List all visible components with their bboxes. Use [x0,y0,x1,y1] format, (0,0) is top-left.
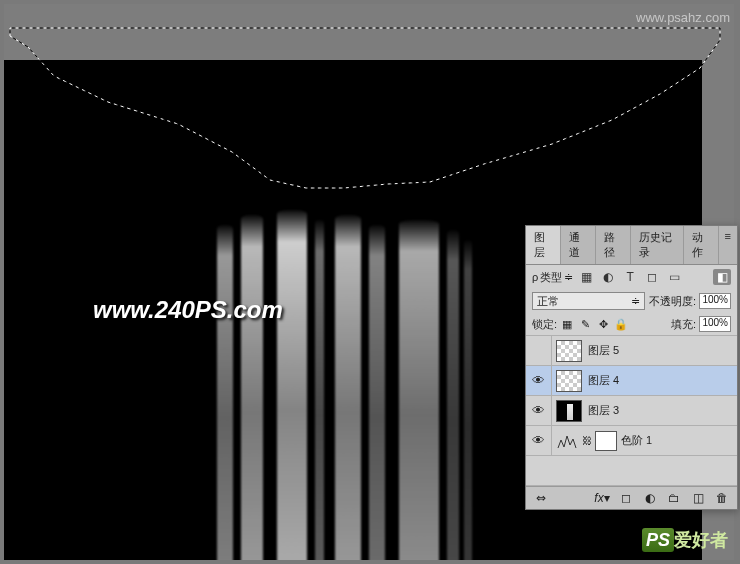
visibility-toggle[interactable]: 👁 [526,396,552,425]
panel-menu-icon[interactable]: ≡ [719,226,737,264]
layer-thumb[interactable] [556,400,582,422]
layer-mask-thumb[interactable] [595,431,617,451]
lock-label: 锁定: [532,317,557,332]
layer-row[interactable]: 👁 图层 3 [526,396,737,426]
layer-name-label[interactable]: 色阶 1 [621,433,737,448]
filter-image-icon[interactable]: ▦ [577,269,595,285]
tab-history[interactable]: 历史记录 [631,226,684,264]
layer-thumb[interactable] [556,370,582,392]
fill-input[interactable]: 100% [699,316,731,332]
layer-row[interactable]: 👁 ⛓ 色阶 1 [526,426,737,456]
delete-layer-button[interactable]: 🗑 [713,490,731,506]
tab-paths[interactable]: 路径 [596,226,631,264]
layer-name-label[interactable]: 图层 4 [588,373,737,388]
filter-smart-icon[interactable]: ▭ [665,269,683,285]
waterfall-image [199,210,499,560]
filter-toggle[interactable]: ◧ [713,269,731,285]
lock-pixels-icon[interactable]: ✎ [577,316,593,332]
fill-label: 填充: [671,317,696,332]
opacity-input[interactable]: 100% [699,293,731,309]
filter-type-icon[interactable]: T [621,269,639,285]
adjustment-layer-button[interactable]: ◐ [641,490,659,506]
group-button[interactable]: 🗀 [665,490,683,506]
link-layers-button[interactable]: ⇔ [532,490,550,506]
blend-mode-select[interactable]: 正常≑ [532,292,645,310]
watermark-topright: www.psahz.com [636,10,730,25]
link-icon: ⛓ [582,435,592,446]
kind-select[interactable]: ρ类型≑ [532,270,573,285]
watermark-main: www.240PS.com [93,296,283,324]
mask-button[interactable]: ◻ [617,490,635,506]
watermark-bottomright: PS爱好者 [642,528,728,552]
visibility-toggle[interactable] [526,336,552,365]
tab-actions[interactable]: 动作 [684,226,719,264]
new-layer-button[interactable]: ◫ [689,490,707,506]
lock-position-icon[interactable]: ✥ [595,316,611,332]
filter-adjust-icon[interactable]: ◐ [599,269,617,285]
visibility-toggle[interactable]: 👁 [526,366,552,395]
opacity-label: 不透明度: [649,294,696,309]
panel-tabs: 图层 通道 路径 历史记录 动作 ≡ [526,226,737,265]
layers-empty [526,456,737,486]
layer-row[interactable]: 👁 图层 4 [526,366,737,396]
filter-shape-icon[interactable]: ◻ [643,269,661,285]
filter-row: ρ类型≑ ▦ ◐ T ◻ ▭ ◧ [526,265,737,289]
layers-panel: 图层 通道 路径 历史记录 动作 ≡ ρ类型≑ ▦ ◐ T ◻ ▭ ◧ 正常≑ … [525,225,738,510]
lock-row: 锁定: ▦ ✎ ✥ 🔒 填充: 100% [526,313,737,336]
lock-all-icon[interactable]: 🔒 [613,316,629,332]
layer-thumb[interactable] [556,340,582,362]
fx-button[interactable]: fx▾ [593,490,611,506]
layers-list: 图层 5 👁 图层 4 👁 图层 3 👁 ⛓ 色阶 1 [526,336,737,486]
layer-row[interactable]: 图层 5 [526,336,737,366]
blend-row: 正常≑ 不透明度: 100% [526,289,737,313]
visibility-toggle[interactable]: 👁 [526,426,552,455]
layer-name-label[interactable]: 图层 5 [588,343,737,358]
levels-adjustment-icon[interactable] [556,430,578,452]
lock-transparency-icon[interactable]: ▦ [559,316,575,332]
panel-footer: ⇔ fx▾ ◻ ◐ 🗀 ◫ 🗑 [526,486,737,509]
tab-layers[interactable]: 图层 [526,226,561,264]
tab-channels[interactable]: 通道 [561,226,596,264]
layer-name-label[interactable]: 图层 3 [588,403,737,418]
